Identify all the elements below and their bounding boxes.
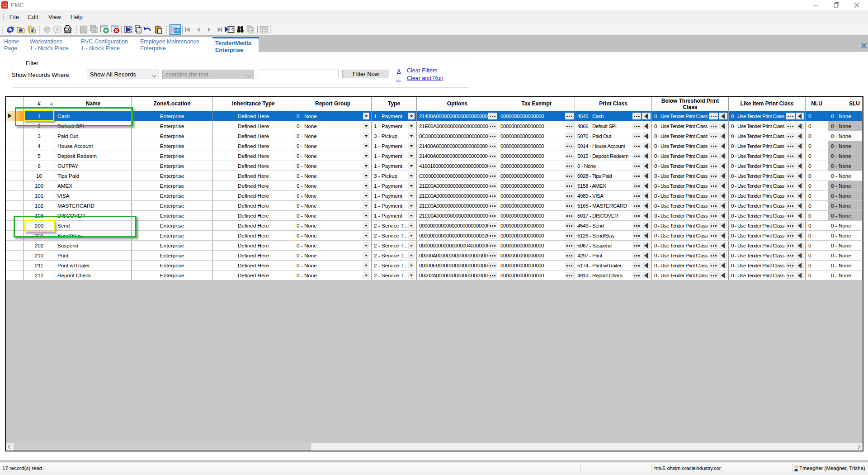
svg-text:14: 14	[228, 27, 234, 32]
svg-text:é: é	[56, 27, 59, 32]
